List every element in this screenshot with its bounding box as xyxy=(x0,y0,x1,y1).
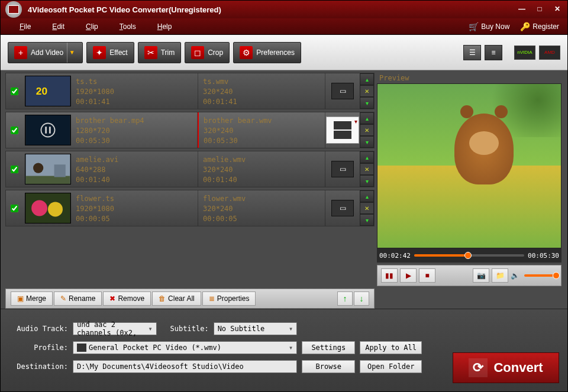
row-up-icon[interactable]: ▴ xyxy=(360,112,374,124)
open-snapshot-folder-button[interactable]: 📁 xyxy=(492,268,508,283)
gear-icon: ⚙ xyxy=(240,46,253,59)
subtitle-label: Subtitle: xyxy=(162,325,209,333)
nvidia-badge: nVIDIA xyxy=(514,46,535,60)
effect-button[interactable]: ✦ Effect xyxy=(86,42,134,63)
row-up-icon[interactable]: ▴ xyxy=(360,151,374,163)
file-row[interactable]: brother bear.mp41280*72000:05:30 brother… xyxy=(5,112,375,148)
scissors-icon: ✂ xyxy=(144,46,157,59)
profile-select[interactable]: General Pocket PC Video (*.wmv) xyxy=(73,341,297,354)
preview-video[interactable] xyxy=(377,83,561,248)
merge-button[interactable]: ▣Merge xyxy=(11,291,53,306)
file-row[interactable]: amelie.avi640*28800:01:40 amelie.wmv320*… xyxy=(5,151,375,187)
output-format-button[interactable]: ▭ xyxy=(331,161,354,177)
svg-rect-5 xyxy=(49,127,51,134)
settings-button[interactable]: Settings xyxy=(302,341,355,354)
row-up-icon[interactable]: ▴ xyxy=(360,190,374,202)
convert-icon: ⟳ xyxy=(469,358,488,377)
svg-rect-4 xyxy=(45,127,47,134)
destination-label: Destination: xyxy=(9,362,68,371)
effect-label: Effect xyxy=(109,48,127,57)
preferences-label: Preferences xyxy=(256,48,295,57)
trim-button[interactable]: ✂ Trim xyxy=(138,42,182,63)
menu-edit[interactable]: Edit xyxy=(41,20,75,33)
pause-button[interactable]: ▮▮ xyxy=(381,268,398,283)
file-checkbox[interactable] xyxy=(11,88,18,95)
crop-label: Crop xyxy=(208,48,223,57)
output-info: amelie.wmv320*24000:01:40 xyxy=(198,151,325,187)
add-video-dropdown[interactable]: ▼ xyxy=(67,43,76,63)
rename-button[interactable]: ✎Rename xyxy=(54,291,102,306)
apply-to-all-button[interactable]: Apply to All xyxy=(360,341,422,354)
audio-track-select[interactable]: und aac 2 channels (0x2, xyxy=(73,322,157,335)
toolbar: + Add Video ▼ ✦ Effect ✂ Trim ◻ Crop ⚙ P… xyxy=(1,35,567,70)
properties-button[interactable]: ≣Properties xyxy=(202,291,256,306)
view-list-button[interactable]: ☰ xyxy=(463,45,481,60)
output-format-dropdown[interactable]: ▾ xyxy=(326,116,359,144)
file-row[interactable]: 20 ts.ts1920*108000:01:41 ts.wmv320*2400… xyxy=(5,73,375,109)
row-remove-icon[interactable]: ✕ xyxy=(360,124,374,136)
play-button[interactable]: ▶ xyxy=(400,268,417,283)
source-info: flower.ts1920*108000:00:05 xyxy=(71,190,198,226)
window-title: 4Videosoft Pocket PC Video Converter(Unr… xyxy=(28,5,517,14)
register-link[interactable]: 🔑 Register xyxy=(520,22,559,31)
trim-label: Trim xyxy=(161,48,175,57)
row-down-icon[interactable]: ▾ xyxy=(360,175,374,187)
open-folder-button[interactable]: Open Folder xyxy=(360,360,422,373)
preview-label: Preview xyxy=(377,73,561,83)
audio-track-label: Audio Track: xyxy=(9,325,68,333)
row-remove-icon[interactable]: ✕ xyxy=(360,163,374,175)
move-up-button[interactable]: ↑ xyxy=(337,291,353,306)
source-info: amelie.avi640*28800:01:40 xyxy=(71,151,198,187)
view-detail-button[interactable]: ≡ xyxy=(485,45,502,60)
file-checkbox[interactable] xyxy=(11,127,18,134)
row-up-icon[interactable]: ▴ xyxy=(360,73,374,85)
output-info: flower.wmv320*24000:00:05 xyxy=(198,190,325,226)
menu-help[interactable]: Help xyxy=(147,20,183,33)
volume-icon: 🔈 xyxy=(511,271,519,280)
cart-icon: 🛒 xyxy=(469,22,479,31)
svg-rect-7 xyxy=(26,176,70,184)
crop-button[interactable]: ◻ Crop xyxy=(185,42,230,63)
destination-input[interactable]: D:\My Documents\4Videosoft Studio\Video xyxy=(73,360,297,373)
source-info: brother bear.mp41280*72000:05:30 xyxy=(71,112,198,148)
convert-button[interactable]: ⟳ Convert xyxy=(453,352,559,383)
snapshot-button[interactable]: 📷 xyxy=(473,268,489,283)
output-format-button[interactable]: ▭ xyxy=(331,200,354,216)
buy-now-link[interactable]: 🛒 Buy Now xyxy=(469,22,509,31)
menu-clip[interactable]: Clip xyxy=(75,20,109,33)
playback-scrubber[interactable]: 00:02:42 00:05:30 xyxy=(377,248,561,263)
output-format-button[interactable]: ▭ xyxy=(331,83,354,99)
svg-rect-2 xyxy=(26,115,70,145)
volume-slider[interactable] xyxy=(524,274,557,277)
close-button[interactable]: ✕ xyxy=(552,5,563,14)
row-remove-icon[interactable]: ✕ xyxy=(360,202,374,214)
app-logo xyxy=(5,1,22,18)
file-checkbox[interactable] xyxy=(11,205,18,212)
file-checkbox[interactable] xyxy=(11,166,18,173)
preferences-button[interactable]: ⚙ Preferences xyxy=(233,42,301,63)
file-row[interactable]: flower.ts1920*108000:00:05 flower.wmv320… xyxy=(5,190,375,226)
row-down-icon[interactable]: ▾ xyxy=(360,97,374,109)
menu-bar: File Edit Clip Tools Help 🛒 Buy Now 🔑 Re… xyxy=(1,18,567,35)
browse-button[interactable]: Browse xyxy=(302,360,355,373)
add-video-button[interactable]: + Add Video ▼ xyxy=(8,42,83,63)
row-down-icon[interactable]: ▾ xyxy=(360,136,374,148)
register-label: Register xyxy=(532,22,559,31)
total-time: 00:05:30 xyxy=(528,252,559,260)
menu-file[interactable]: File xyxy=(9,20,41,33)
player-controls: ▮▮ ▶ ■ 📷 📁 🔈 xyxy=(377,265,561,286)
maximize-button[interactable]: □ xyxy=(534,5,545,14)
minimize-button[interactable]: — xyxy=(517,5,527,14)
row-remove-icon[interactable]: ✕ xyxy=(360,85,374,97)
row-down-icon[interactable]: ▾ xyxy=(360,214,374,226)
remove-button[interactable]: ✖Remove xyxy=(103,291,151,306)
add-video-label: Add Video xyxy=(31,48,63,57)
move-down-button[interactable]: ↓ xyxy=(354,291,369,306)
key-icon: 🔑 xyxy=(520,22,530,31)
stop-button[interactable]: ■ xyxy=(419,268,435,283)
clear-all-button[interactable]: 🗑Clear All xyxy=(152,291,201,306)
preview-pane: Preview 00:02:42 00:05:30 ▮▮ ▶ ■ xyxy=(377,70,566,286)
effect-icon: ✦ xyxy=(93,46,106,59)
subtitle-select[interactable]: No Subtitle xyxy=(214,322,298,335)
menu-tools[interactable]: Tools xyxy=(109,20,147,33)
